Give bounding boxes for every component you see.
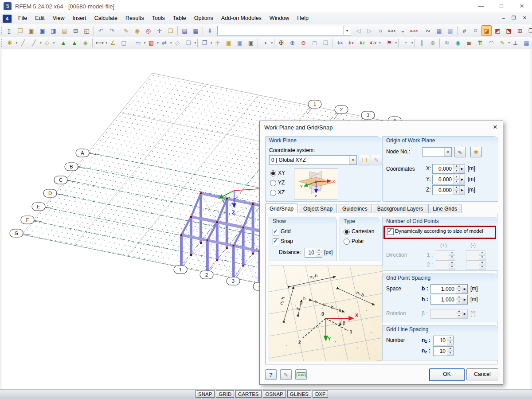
space-h-input[interactable]: 1.000 ▲▼ ▶	[430, 295, 468, 305]
tab-background-layers[interactable]: Background Layers	[373, 204, 427, 213]
units-button[interactable]: 0.00	[295, 369, 307, 380]
new-window-icon[interactable]: ❏	[165, 25, 176, 36]
view-y-icon[interactable]: ⇕Y	[346, 38, 356, 48]
dimension-xxx-icon[interactable]: x.xx	[387, 25, 397, 36]
dropdown-caret-icon[interactable]: ▾	[194, 41, 196, 45]
mdi-child-icon[interactable]: 4	[3, 15, 12, 23]
workplane-xz-icon[interactable]: ⬔	[504, 25, 514, 36]
chevron-down-icon[interactable]: ▼	[343, 26, 351, 35]
chevron-down-icon[interactable]: ▼	[349, 156, 356, 164]
status-toggle-snap[interactable]: SNAP	[196, 390, 215, 398]
view-x-icon[interactable]: ⇕X	[335, 38, 345, 48]
block-c-icon[interactable]: ▣	[246, 38, 256, 48]
new-polyline-icon[interactable]: ◇	[42, 38, 52, 48]
space-b-input[interactable]: 1.000 ▲▼ ▶	[430, 284, 468, 294]
menu-insert[interactable]: Insert	[69, 12, 90, 24]
dropdown-caret-icon[interactable]: ▾	[144, 41, 146, 45]
new-coordinate-system-button[interactable]: ❒	[359, 155, 370, 165]
status-toggle-cartes[interactable]: CARTES	[235, 390, 261, 398]
new-file-icon[interactable]: ▯	[4, 25, 14, 36]
edit-geometry-icon[interactable]: ✎	[121, 25, 131, 36]
new-node-icon[interactable]: ✱	[5, 38, 15, 48]
zoom-center-icon[interactable]: ◎	[143, 25, 153, 36]
surface-select-icon[interactable]: ▭	[133, 38, 143, 48]
tab-grid-snap[interactable]: Grid/Snap	[265, 203, 298, 213]
export-icon[interactable]: ⇓	[205, 25, 215, 36]
frame-a-icon[interactable]: ▦	[434, 25, 444, 36]
print-preview-icon[interactable]: ◱	[82, 25, 92, 36]
status-toggle-dxf[interactable]: DXF	[313, 390, 328, 398]
menu-table[interactable]: Table	[169, 12, 190, 24]
level-icon[interactable]: ⊥	[510, 38, 520, 48]
render-wire-icon[interactable]: ≋	[442, 38, 452, 48]
plane-radio-yz[interactable]	[270, 180, 276, 186]
menu-tools[interactable]: Tools	[148, 12, 169, 24]
coord-z-input[interactable]: 0.000▲▼▶	[432, 185, 465, 195]
snap-checkbox[interactable]	[273, 239, 279, 245]
pin-edit-icon[interactable]: ✎	[497, 38, 507, 48]
undo-icon[interactable]: ↶	[96, 25, 106, 36]
new-node-button[interactable]: ✱	[470, 147, 482, 157]
tab-line-grids[interactable]: Line Grids	[428, 204, 462, 213]
toolbar-grip[interactable]	[1, 27, 2, 35]
tab-guidelines[interactable]: Guidelines	[338, 204, 372, 213]
redo-icon[interactable]: ↷	[107, 25, 117, 36]
zoom-in-icon[interactable]: ⊕	[287, 38, 297, 48]
toolbar-grip[interactable]	[1, 39, 3, 47]
node-values-icon[interactable]: ◒	[398, 25, 408, 36]
view-angle-icon[interactable]: ◔	[400, 38, 411, 48]
dropdown-caret-icon[interactable]: ▾	[40, 41, 42, 45]
zoom-region-icon[interactable]: ◉	[132, 25, 142, 36]
plane-radio-xz[interactable]	[270, 190, 276, 196]
dialog-close-icon[interactable]: ✕	[491, 123, 499, 131]
new-member-icon[interactable]: ▲	[58, 38, 68, 48]
menu-calculate[interactable]: Calculate	[90, 12, 121, 24]
plane-radio-xy[interactable]	[270, 170, 276, 176]
coord-spinner[interactable]: ▲▼	[453, 164, 459, 173]
help-button[interactable]: ?	[265, 369, 277, 380]
coordinate-system-select[interactable]: 0 | Global XYZ ▼	[269, 155, 357, 165]
view-window-icon[interactable]: ❐	[526, 25, 532, 36]
status-toggle-glines[interactable]: GLINES	[287, 390, 311, 398]
tilt-icon[interactable]: ◠	[486, 38, 496, 48]
menu-add-on-modules[interactable]: Add-on Modules	[217, 12, 266, 24]
status-toggle-grid[interactable]: GRID	[216, 390, 234, 398]
n1-spinner[interactable]: ▲▼	[447, 336, 453, 345]
dynamic-grid-checkbox[interactable]	[387, 228, 394, 235]
table-grid-icon[interactable]: ▦	[191, 25, 201, 36]
menu-options[interactable]: Options	[190, 12, 217, 24]
nav-forward-icon[interactable]: ▷	[364, 25, 375, 36]
space-b-spinner[interactable]: ▲▼	[456, 285, 462, 293]
space-h-spinner[interactable]: ▲▼	[456, 295, 462, 304]
distance-input[interactable]: 10 ▲▼	[305, 248, 322, 258]
distance-spinner[interactable]: ▲▼	[316, 248, 322, 257]
calc-net-icon[interactable]: ⌗	[470, 25, 481, 36]
dropdown-caret-icon[interactable]: ▾	[271, 41, 273, 45]
calc-hammer-icon[interactable]: #	[459, 25, 469, 36]
view-3d-icon[interactable]: ◑	[260, 38, 270, 48]
menu-view[interactable]: View	[49, 12, 69, 24]
archive-blue-icon[interactable]: ▣	[37, 25, 47, 36]
close-button[interactable]: ✕	[512, 0, 532, 12]
menu-help[interactable]: Help	[293, 12, 313, 24]
dropdown-caret-icon[interactable]: ▾	[106, 41, 107, 45]
view-z-icon[interactable]: ⇕Z	[357, 38, 367, 48]
n2-spinner[interactable]: ▲▼	[447, 347, 453, 356]
guidelines-icon[interactable]: ∥	[416, 38, 426, 48]
grid-table-icon[interactable]: ▦	[521, 38, 532, 48]
type-radio-cartesian[interactable]	[344, 229, 350, 235]
n2-input[interactable]: 10 ▲▼	[433, 346, 454, 356]
toolbar-combobox[interactable]: ▼	[217, 26, 351, 35]
dropdown-caret-icon[interactable]: ▾	[211, 41, 212, 45]
clipboard-icon[interactable]: ▤	[59, 25, 70, 36]
dropdown-caret-icon[interactable]: ▾	[53, 41, 55, 45]
coord-expander[interactable]: ▶	[459, 164, 465, 173]
block-b-icon[interactable]: ▣	[235, 38, 245, 48]
type-radio-polar[interactable]	[344, 239, 350, 245]
dropdown-caret-icon[interactable]: ▾	[411, 41, 413, 45]
workplane-grid-icon[interactable]: ⊞	[515, 25, 525, 36]
space-h-expander[interactable]: ▶	[462, 295, 467, 304]
coord-x-input[interactable]: 0.000▲▼▶	[432, 164, 465, 174]
tab-object-snap[interactable]: Object Snap	[299, 204, 337, 213]
move-object-icon[interactable]: ✛	[212, 38, 223, 48]
